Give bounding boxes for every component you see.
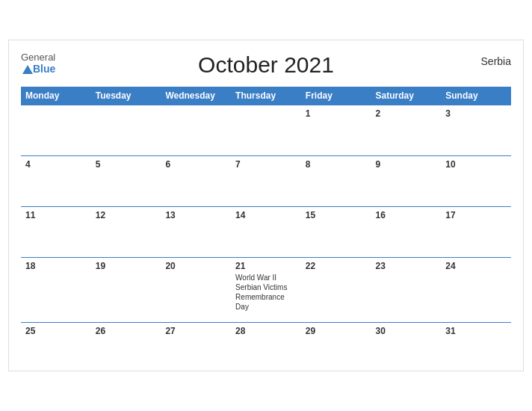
day-cell: 1 — [301, 105, 371, 156]
country-label: Serbia — [481, 55, 511, 67]
weekday-header-wednesday: Wednesday — [161, 87, 231, 105]
day-cell: 5 — [91, 156, 161, 207]
day-number: 3 — [445, 108, 507, 119]
day-number: 31 — [445, 326, 507, 336]
day-number: 12 — [96, 210, 157, 220]
day-cell: 28 — [231, 323, 301, 362]
day-cell: 26 — [91, 323, 161, 362]
day-cell: 14 — [231, 207, 301, 258]
day-number: 20 — [165, 261, 226, 271]
day-number: 2 — [376, 108, 437, 119]
day-number: 29 — [306, 326, 367, 336]
weekday-header-saturday: Saturday — [371, 87, 442, 105]
day-number: 24 — [445, 261, 507, 271]
day-cell: 29 — [301, 323, 371, 362]
day-cell: 17 — [441, 207, 511, 258]
day-cell: 3 — [441, 105, 511, 156]
day-number: 6 — [165, 159, 226, 170]
day-number: 18 — [25, 261, 87, 271]
day-number: 28 — [235, 326, 297, 336]
day-cell: 6 — [161, 156, 231, 207]
logo-general-text: General — [21, 52, 55, 63]
day-number: 25 — [25, 326, 87, 336]
day-cell — [161, 105, 231, 156]
calendar-title: October 2021 — [198, 52, 334, 78]
day-number: 27 — [165, 326, 226, 336]
day-cell: 24 — [441, 258, 511, 323]
day-cell: 4 — [21, 156, 91, 207]
weekday-header-monday: Monday — [21, 87, 91, 105]
calendar: General Blue October 2021 Serbia MondayT… — [8, 40, 524, 371]
day-number: 10 — [445, 159, 507, 170]
day-cell: 7 — [231, 156, 301, 207]
day-cell: 22 — [301, 258, 371, 323]
logo-triangle-icon — [22, 65, 33, 74]
day-number: 7 — [235, 159, 297, 170]
day-cell: 12 — [91, 207, 161, 258]
day-cell — [231, 105, 301, 156]
day-number: 23 — [376, 261, 437, 271]
day-number: 14 — [235, 210, 297, 220]
day-cell: 16 — [371, 207, 442, 258]
day-number: 26 — [96, 326, 157, 336]
logo-blue-text: Blue — [21, 64, 55, 75]
day-cell: 18 — [21, 258, 91, 323]
week-row-2: 45678910 — [21, 156, 511, 207]
day-cell: 27 — [161, 323, 231, 362]
weekday-header-friday: Friday — [301, 87, 371, 105]
day-number: 5 — [96, 159, 157, 170]
day-cell: 21World War II Serbian Victims Remembran… — [231, 258, 301, 323]
day-cell: 20 — [161, 258, 231, 323]
logo: General Blue — [21, 52, 55, 75]
day-number: 17 — [445, 210, 507, 220]
weekday-header-sunday: Sunday — [441, 87, 511, 105]
day-number: 13 — [165, 210, 226, 220]
day-cell: 23 — [371, 258, 442, 323]
day-number: 9 — [376, 159, 437, 170]
day-cell: 2 — [371, 105, 442, 156]
day-cell: 11 — [21, 207, 91, 258]
day-cell: 19 — [91, 258, 161, 323]
day-number: 19 — [96, 261, 157, 271]
day-cell: 13 — [161, 207, 231, 258]
week-row-5: 25262728293031 — [21, 323, 511, 362]
day-cell — [21, 105, 91, 156]
event-label: World War II Serbian Victims Remembrance… — [235, 274, 287, 311]
weekday-header-tuesday: Tuesday — [91, 87, 161, 105]
week-row-3: 11121314151617 — [21, 207, 511, 258]
week-row-4: 18192021World War II Serbian Victims Rem… — [21, 258, 511, 323]
day-number: 16 — [376, 210, 437, 220]
day-number: 30 — [376, 326, 437, 336]
day-cell: 30 — [371, 323, 442, 362]
day-cell: 9 — [371, 156, 442, 207]
week-row-1: 123 — [21, 105, 511, 156]
day-cell — [91, 105, 161, 156]
day-number: 15 — [306, 210, 367, 220]
day-cell: 15 — [301, 207, 371, 258]
day-number: 1 — [306, 108, 367, 119]
calendar-grid: MondayTuesdayWednesdayThursdayFridaySatu… — [21, 87, 511, 362]
day-number: 8 — [306, 159, 367, 170]
weekday-header-row: MondayTuesdayWednesdayThursdayFridaySatu… — [21, 87, 511, 105]
day-cell: 25 — [21, 323, 91, 362]
day-number: 4 — [25, 159, 87, 170]
calendar-header: General Blue October 2021 Serbia — [21, 52, 511, 78]
day-number: 21 — [235, 261, 297, 271]
day-cell: 10 — [441, 156, 511, 207]
weekday-header-thursday: Thursday — [231, 87, 301, 105]
day-number: 11 — [25, 210, 87, 220]
day-number: 22 — [306, 261, 367, 271]
day-cell: 31 — [441, 323, 511, 362]
day-cell: 8 — [301, 156, 371, 207]
